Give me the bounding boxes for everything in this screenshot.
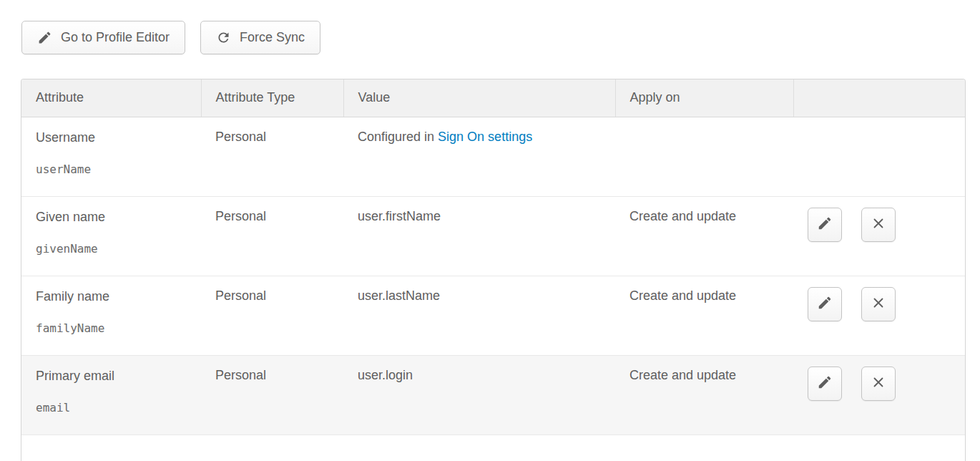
pencil-icon	[817, 215, 833, 233]
cell-attribute-type: Personal	[201, 355, 343, 435]
edit-attribute-button[interactable]	[808, 367, 842, 401]
value-prefix-text: Configured in	[358, 130, 438, 144]
edit-attribute-button[interactable]	[808, 287, 842, 321]
cell-attribute: Given name givenName	[21, 196, 201, 276]
table-row-family-name: Family name familyName Personal user.las…	[21, 276, 965, 355]
column-header-actions	[793, 79, 965, 117]
value-expression: user.firstName	[358, 209, 441, 223]
pencil-icon	[817, 295, 833, 313]
column-header-apply-on: Apply on	[615, 79, 793, 117]
cell-value: user.lastName	[343, 276, 615, 355]
column-header-value: Value	[343, 79, 615, 117]
refresh-icon	[216, 30, 231, 45]
table-row-username: Username userName Personal Configured in…	[21, 117, 965, 196]
cell-actions	[793, 117, 965, 196]
value-expression: user.lastName	[358, 288, 440, 303]
attribute-label: Given name	[36, 209, 194, 225]
column-header-attribute-type: Attribute Type	[201, 79, 343, 117]
empty-cell	[21, 435, 965, 461]
sign-on-settings-link[interactable]: Sign On settings	[438, 130, 532, 144]
column-header-attribute: Attribute	[21, 79, 201, 117]
attribute-type-value: Personal	[215, 288, 266, 303]
table-header-row: Attribute Attribute Type Value Apply on	[21, 79, 965, 117]
value-expression: user.login	[358, 368, 413, 382]
cell-value: Configured in Sign On settings	[343, 117, 615, 196]
cell-value: user.firstName	[343, 196, 615, 276]
x-icon	[871, 215, 886, 233]
cell-actions	[793, 355, 965, 435]
remove-attribute-button[interactable]	[861, 287, 896, 321]
cell-attribute: Primary email email	[21, 355, 201, 435]
cell-apply-on: Create and update	[615, 196, 793, 276]
attribute-variable-name: familyName	[36, 321, 194, 335]
cell-attribute-type: Personal	[201, 276, 343, 355]
remove-attribute-button[interactable]	[861, 367, 896, 401]
table-row-partial	[21, 435, 965, 461]
cell-attribute: Family name familyName	[21, 276, 201, 355]
attribute-label: Username	[36, 130, 194, 145]
cell-actions	[793, 276, 965, 355]
force-sync-label: Force Sync	[240, 30, 305, 45]
attribute-label: Primary email	[36, 368, 194, 384]
go-to-profile-editor-label: Go to Profile Editor	[61, 30, 170, 45]
cell-attribute: Username userName	[21, 117, 201, 196]
cell-actions	[793, 196, 965, 276]
attribute-type-value: Personal	[215, 368, 266, 382]
attribute-type-value: Personal	[215, 209, 266, 223]
toolbar: Go to Profile Editor Force Sync	[21, 21, 320, 54]
remove-attribute-button[interactable]	[861, 208, 896, 242]
edit-attribute-button[interactable]	[808, 208, 842, 242]
attribute-label: Family name	[36, 288, 194, 304]
attribute-mappings-table: Attribute Attribute Type Value Apply on …	[21, 79, 966, 461]
cell-attribute-type: Personal	[201, 117, 343, 196]
table-row-given-name: Given name givenName Personal user.first…	[21, 196, 965, 276]
table-row-primary-email: Primary email email Personal user.login …	[21, 355, 965, 435]
x-icon	[871, 374, 886, 392]
attribute-variable-name: userName	[36, 162, 194, 176]
go-to-profile-editor-button[interactable]: Go to Profile Editor	[21, 21, 185, 54]
cell-attribute-type: Personal	[201, 196, 343, 276]
cell-apply-on	[615, 117, 793, 196]
pencil-icon	[37, 30, 52, 45]
cell-value: user.login	[343, 355, 615, 435]
attribute-type-value: Personal	[215, 130, 266, 144]
cell-apply-on: Create and update	[615, 355, 793, 435]
attribute-variable-name: email	[36, 401, 194, 414]
attribute-variable-name: givenName	[36, 242, 194, 256]
force-sync-button[interactable]: Force Sync	[200, 21, 320, 54]
pencil-icon	[817, 374, 833, 392]
cell-apply-on: Create and update	[615, 276, 793, 355]
x-icon	[871, 295, 886, 313]
